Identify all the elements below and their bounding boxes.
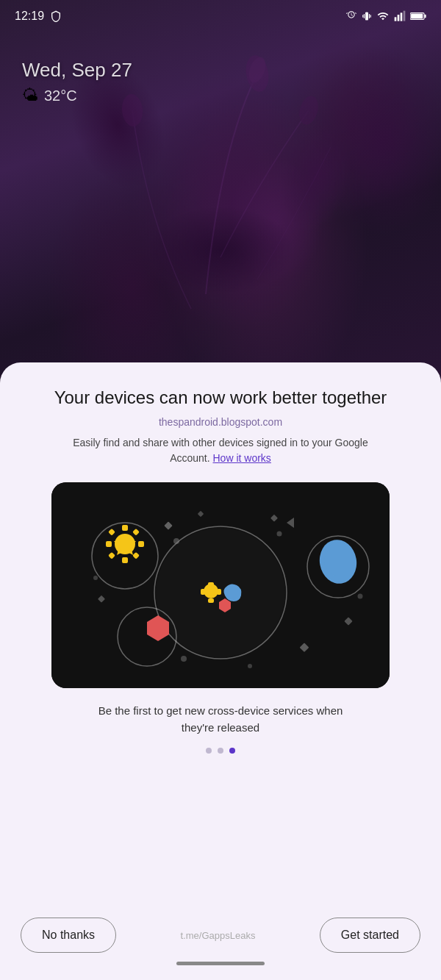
no-thanks-button[interactable]: No thanks [21,918,116,953]
svg-rect-27 [138,541,144,547]
svg-rect-26 [106,541,112,547]
get-started-button[interactable]: Get started [320,918,420,953]
svg-point-50 [181,656,187,662]
wifi-icon [376,10,390,22]
devices-illustration [51,482,390,688]
svg-point-32 [118,537,132,551]
dialog-subtitle: thespandroid.blogspot.com [159,416,282,428]
svg-point-48 [358,594,363,599]
signal-icon [394,10,406,22]
svg-rect-16 [411,14,423,19]
svg-rect-36 [201,589,205,595]
svg-rect-10 [395,17,397,21]
lockscreen-date: Wed, Sep 27 [22,59,132,82]
alarm-icon [345,10,357,22]
dialog-title: Your devices can now work better togethe… [54,386,387,409]
caption-text: Be the first to get new cross-device ser… [81,703,360,736]
lockscreen-info: Wed, Sep 27 🌤 32°C [22,59,132,105]
weather-temp: 32°C [44,87,77,104]
vibrate-icon [362,10,372,22]
svg-rect-5 [365,12,368,21]
status-bar: 12:19 [0,0,441,32]
button-row: No thanks t.me/GappsLeaks Get started [18,918,423,953]
dialog-description: Easily find and share with other devices… [66,435,375,466]
svg-rect-35 [208,598,214,603]
dot-1 [206,748,212,754]
svg-rect-34 [208,582,214,587]
svg-rect-13 [404,11,406,21]
svg-rect-37 [217,589,221,595]
svg-rect-25 [122,557,128,563]
svg-rect-24 [122,525,128,531]
how-it-works-link[interactable]: How it works [213,452,271,464]
svg-point-47 [93,576,98,580]
bottom-sheet-dialog: Your devices can now work better togethe… [0,362,441,980]
dot-3-active [229,748,235,754]
shield-icon [50,10,62,22]
svg-point-46 [277,532,282,537]
svg-point-49 [248,664,252,668]
status-icons [345,10,426,22]
illustration-container [51,482,390,688]
svg-rect-11 [398,15,400,21]
home-indicator[interactable] [176,962,265,965]
svg-point-45 [173,538,179,544]
battery-icon [410,11,426,21]
watermark-text: t.me/GappsLeaks [116,930,320,941]
lockscreen-weather: 🌤 32°C [22,86,132,105]
svg-rect-15 [424,15,426,18]
dots-indicator [206,748,235,754]
status-time: 12:19 [15,10,44,23]
weather-icon: 🌤 [22,86,38,105]
svg-rect-12 [401,12,403,21]
dot-2 [218,748,223,754]
